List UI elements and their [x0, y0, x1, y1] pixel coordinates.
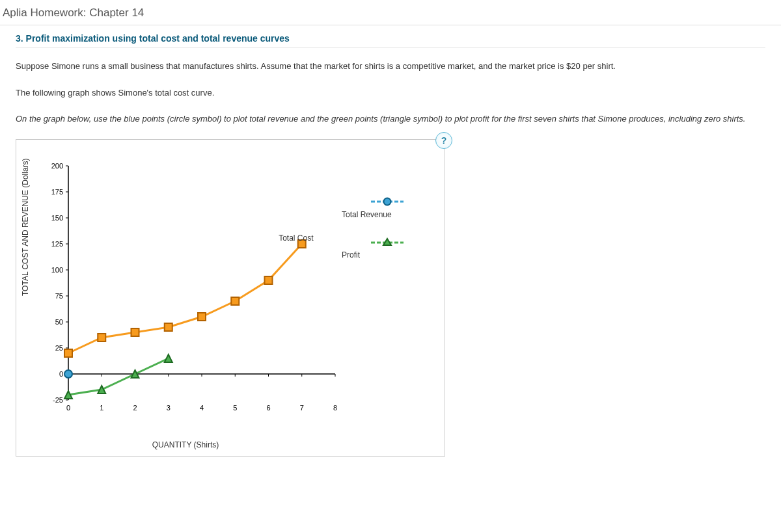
legend-circle-icon [342, 196, 433, 207]
graph-container: ? -250255075100125150175200012345678 Tot… [16, 139, 445, 457]
svg-text:0: 0 [59, 370, 63, 378]
total-cost-inline-label: Total Cost [279, 233, 313, 243]
svg-text:7: 7 [300, 404, 304, 412]
svg-rect-40 [64, 349, 72, 357]
question-instructions: On the graph below, use the blue points … [16, 111, 765, 127]
legend-profit-label: Profit [342, 250, 433, 259]
svg-text:1: 1 [100, 404, 103, 412]
question-para-1: Suppose Simone runs a small business tha… [16, 59, 765, 75]
svg-text:200: 200 [51, 162, 63, 170]
svg-text:150: 150 [51, 214, 63, 222]
svg-text:0: 0 [66, 404, 70, 412]
content: 3. Profit maximization using total cost … [0, 25, 781, 464]
svg-text:2: 2 [133, 404, 137, 412]
legend-triangle-icon [342, 236, 433, 248]
svg-marker-52 [165, 354, 172, 362]
svg-text:3: 3 [167, 404, 171, 412]
svg-rect-41 [98, 334, 105, 341]
svg-text:50: 50 [55, 318, 63, 326]
svg-rect-46 [265, 276, 273, 284]
svg-text:8: 8 [333, 404, 337, 412]
svg-text:175: 175 [51, 188, 63, 196]
page-header: Aplia Homework: Chapter 14 [0, 0, 781, 25]
svg-rect-45 [231, 297, 239, 305]
legend-total-revenue-label: Total Revenue [342, 210, 433, 219]
svg-text:5: 5 [233, 404, 237, 412]
svg-point-48 [64, 370, 72, 378]
svg-text:100: 100 [51, 266, 63, 274]
svg-text:25: 25 [55, 344, 63, 352]
svg-rect-43 [165, 323, 172, 331]
page-title: Aplia Homework: Chapter 14 [3, 7, 144, 19]
question-para-2: The following graph shows Simone's total… [16, 85, 765, 101]
legend: Total Revenue Profit [342, 179, 433, 276]
x-axis-label: QUANTITY (Shirts) [55, 440, 316, 449]
plot-area[interactable]: -250255075100125150175200012345678 Total… [29, 153, 433, 439]
svg-text:4: 4 [200, 404, 204, 412]
svg-point-54 [384, 198, 391, 206]
help-button[interactable]: ? [435, 132, 452, 149]
svg-text:125: 125 [51, 240, 63, 248]
svg-text:6: 6 [266, 404, 270, 412]
legend-total-revenue[interactable]: Total Revenue [342, 196, 433, 219]
svg-text:75: 75 [55, 292, 63, 300]
svg-rect-42 [131, 328, 139, 336]
help-icon: ? [441, 135, 447, 146]
legend-profit[interactable]: Profit [342, 236, 433, 259]
chart-svg[interactable]: -250255075100125150175200012345678 [29, 153, 342, 426]
svg-text:-25: -25 [53, 396, 63, 404]
y-axis-label: TOTAL COST AND REVENUE (Dollars) [21, 158, 30, 296]
question-title: 3. Profit maximization using total cost … [16, 33, 765, 48]
svg-rect-44 [198, 313, 206, 321]
